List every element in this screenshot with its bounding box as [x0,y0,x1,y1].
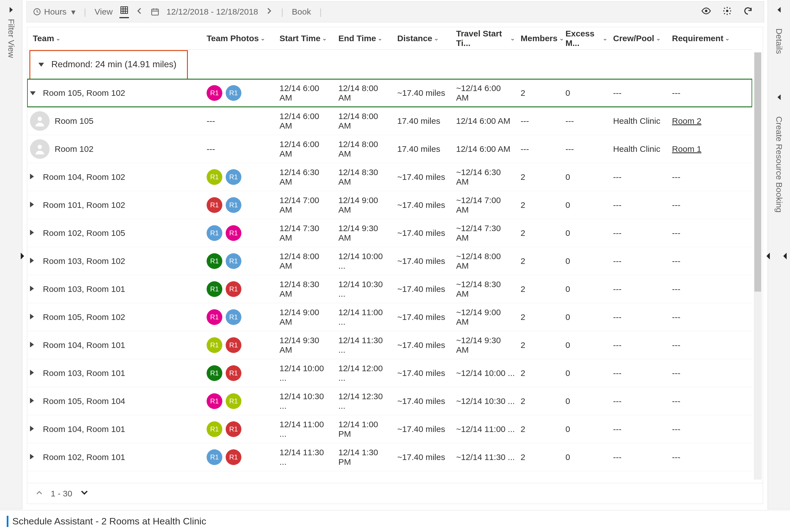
view-label: View [94,7,112,17]
end-time: 12/14 11:30 ... [335,336,394,355]
chevron-right-icon[interactable] [30,285,38,293]
excess-miles: --- [563,144,610,154]
travel-start-time: ~12/14 8:00 AM [453,251,518,271]
filter-view-panel[interactable]: Filter View [0,0,22,509]
calendar-icon [150,7,160,17]
distance: ~17.40 miles [394,256,453,266]
date-range[interactable]: 12/12/2018 - 12/18/2018 [167,7,258,17]
pager-prev[interactable] [36,489,43,498]
excess-miles: 0 [563,424,610,434]
team-row[interactable]: Room 103, Room 102R1R112/14 8:00 AM12/14… [27,247,752,275]
col-end-time[interactable]: End Time⌄ [335,34,394,43]
end-time: 12/14 10:30 ... [335,280,394,299]
chevron-right-icon[interactable] [30,312,38,321]
vertical-scrollbar[interactable] [754,52,762,480]
chevron-down-icon: ⌄ [378,35,382,42]
member-badge: R1 [207,449,222,465]
next-button[interactable] [265,7,273,17]
requirement[interactable]: Room 2 [669,116,725,126]
expand-right-handle[interactable] [765,252,771,262]
chevron-right-icon[interactable] [30,397,38,405]
col-start-time[interactable]: Start Time⌄ [277,34,335,43]
start-time: 12/14 6:00 AM [277,112,335,131]
requirement[interactable]: Room 1 [669,144,725,154]
end-time: 12/14 9:00 AM [335,195,394,214]
travel-start-time: 12/14 6:00 AM [453,144,518,154]
team-row[interactable]: Room 103, Room 101R1R112/14 8:30 AM12/14… [27,275,752,303]
resource-row[interactable]: Room 105---12/14 6:00 AM12/14 8:00 AM17.… [27,107,752,135]
chevron-right-icon[interactable] [30,425,38,433]
team-row[interactable]: Room 102, Room 105R1R112/14 7:30 AM12/14… [27,219,752,247]
travel-start-time: ~12/14 6:30 AM [453,168,518,187]
team-row[interactable]: Room 102, Room 101R1R112/14 11:30 ...12/… [27,443,752,471]
scrollbar-thumb[interactable] [754,52,761,292]
team-name: Room 104, Room 102 [43,172,125,182]
grid-view-button[interactable] [120,5,129,18]
expand-far-right-handle[interactable] [782,252,788,262]
visibility-button[interactable] [701,6,711,18]
chevron-right-icon[interactable] [30,453,38,461]
col-crew-pool[interactable]: Crew/Pool⌄ [610,34,669,43]
start-time: 12/14 9:30 AM [277,336,335,355]
column-headers: Team⌄ Team Photos⌄ Start Time⌄ End Time⌄… [27,27,752,50]
requirement-link[interactable]: Room 1 [672,144,701,153]
team-photos: R1R1 [204,85,277,101]
hours-dropdown[interactable]: Hours ▾ [32,7,75,17]
settings-button[interactable] [722,6,732,18]
team-row[interactable]: Room 104, Room 101R1R112/14 9:30 AM12/14… [27,331,752,359]
team-row[interactable]: Room 105, Room 102R1R112/14 6:00 AM12/14… [27,79,752,107]
end-time: 12/14 8:00 AM [335,112,394,131]
requirement: --- [669,396,725,406]
chevron-down-icon[interactable] [30,89,38,97]
col-members[interactable]: Members⌄ [518,34,563,43]
member-badge: R1 [226,85,241,101]
chevron-right-icon[interactable] [30,256,38,265]
chevron-right-icon[interactable] [30,173,38,181]
book-button[interactable]: Book [292,7,311,17]
requirement-link[interactable]: Room 2 [672,116,701,126]
team-row[interactable]: Room 105, Room 102R1R112/14 9:00 AM12/14… [27,303,752,331]
chevron-right-icon[interactable] [30,201,38,209]
crew-pool: --- [610,200,669,210]
crew-pool: Health Clinic [610,144,669,154]
prev-button[interactable] [136,7,144,17]
end-time: 12/14 10:00 ... [335,251,394,271]
pager-next[interactable] [80,488,89,499]
requirement: --- [669,340,725,350]
member-badge: R1 [226,253,241,269]
team-name: Room 104, Room 101 [43,424,125,434]
team-photos: R1R1 [204,365,277,381]
chevron-right-icon[interactable] [30,341,38,349]
member-badge: R1 [207,85,222,101]
team-row[interactable]: Room 105, Room 104R1R112/14 10:30 ...12/… [27,387,752,415]
excess-miles: 0 [563,228,610,238]
expand-left-handle[interactable] [20,252,25,262]
team-row[interactable]: Room 104, Room 102R1R112/14 6:30 AM12/14… [27,163,752,191]
travel-start-time: 12/14 6:00 AM [453,116,518,126]
team-photos: R1R1 [204,449,277,465]
team-row[interactable]: Room 103, Room 101R1R112/14 10:00 ...12/… [27,359,752,387]
team-row[interactable]: Room 101, Room 102R1R112/14 7:00 AM12/14… [27,191,752,219]
col-travel-start[interactable]: Travel Start Ti...⌄ [453,29,518,48]
status-bar: Schedule Assistant - 2 Rooms at Health C… [0,510,790,532]
calendar-button[interactable] [150,7,160,17]
refresh-button[interactable] [743,6,753,18]
members: 2 [518,424,563,434]
chevron-right-icon[interactable] [30,369,38,377]
members: --- [518,116,563,126]
divider: | [318,7,324,17]
col-team-photos[interactable]: Team Photos⌄ [204,34,277,43]
col-excess-miles[interactable]: Excess M...⌄ [563,29,610,48]
group-row-redmond[interactable]: Redmond: 24 min (14.91 miles) [27,50,752,79]
member-badge: R1 [226,365,241,381]
chevron-right-icon[interactable] [30,229,38,237]
chevron-left-icon [136,7,144,17]
resource-row[interactable]: Room 102---12/14 6:00 AM12/14 8:00 AM17.… [27,135,752,163]
svg-point-5 [38,145,42,149]
team-row[interactable]: Room 104, Room 101R1R112/14 11:00 ...12/… [27,415,752,443]
col-requirement[interactable]: Requirement⌄ [669,34,725,43]
col-team[interactable]: Team⌄ [27,34,204,43]
col-distance[interactable]: Distance⌄ [394,34,453,43]
chevron-down-icon: ⌄ [434,35,439,42]
filter-view-label: Filter View [6,19,16,58]
